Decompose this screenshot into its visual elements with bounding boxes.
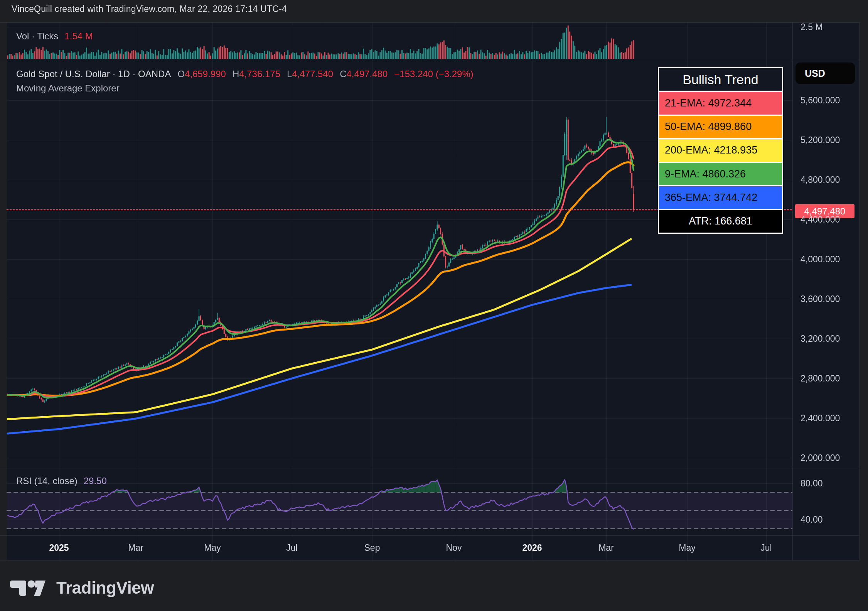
- price-axis-label: 4,400.000: [801, 214, 840, 225]
- price-axis-label: 3,200.000: [801, 333, 840, 344]
- rsi-axis-label: 40.00: [801, 514, 823, 525]
- close-label: C: [340, 69, 346, 79]
- time-axis-label: Mar: [587, 543, 625, 553]
- time-axis-label: May: [668, 543, 706, 553]
- currency-toggle-button[interactable]: USD: [796, 62, 855, 84]
- volume-indicator-title[interactable]: Vol · Ticks: [16, 31, 58, 41]
- time-axis-label: 2026: [513, 543, 551, 553]
- volume-value: 1.54 M: [64, 31, 93, 41]
- low-value: 4,477.540: [292, 69, 333, 79]
- rsi-indicator-title[interactable]: RSI (14, close): [16, 476, 78, 486]
- rsi-indicator-row: RSI (14, close)29.50: [16, 476, 107, 486]
- low-label: L: [287, 69, 292, 79]
- rsi-axis-label: 80.00: [801, 478, 823, 489]
- legend-row-200ema: 200-EMA: 4218.935: [659, 139, 782, 162]
- open-label: O: [177, 69, 185, 79]
- tradingview-logo-icon: [10, 577, 46, 599]
- indicator-title-ma-explorer[interactable]: Moving Average Explorer: [16, 83, 120, 94]
- volume-indicator-row: Vol · Ticks1.54 M: [16, 31, 93, 42]
- time-axis-label: Sep: [353, 543, 391, 553]
- tradingview-logo-text: TradingView: [56, 578, 154, 597]
- legend-row-50ema: 50-EMA: 4899.860: [659, 116, 782, 138]
- high-label: H: [233, 69, 239, 79]
- time-axis-label: Nov: [435, 543, 473, 553]
- high-value: 4,736.175: [239, 69, 280, 79]
- price-axis-label: 5,200.000: [801, 135, 840, 145]
- volume-axis-label: 2.5 M: [801, 22, 823, 32]
- symbol-title[interactable]: Gold Spot / U.S. Dollar · 1D · OANDA: [16, 69, 171, 79]
- change-value: −153.240 (−3.29%): [394, 69, 474, 79]
- time-axis-label: Mar: [116, 543, 155, 553]
- legend-row-21ema: 21-EMA: 4972.344: [659, 92, 782, 114]
- rsi-value: 29.50: [84, 476, 107, 486]
- header-attribution: VinceQuill created with TradingView.com,…: [12, 4, 287, 14]
- time-axis-label: Jul: [747, 543, 785, 553]
- time-axis-label: Jul: [273, 543, 311, 553]
- price-axis-label: 2,800.000: [801, 373, 840, 384]
- tradingview-logo[interactable]: TradingView: [10, 577, 154, 599]
- price-axis-label: 2,000.000: [801, 452, 840, 463]
- symbol-info-row: Gold Spot / U.S. Dollar · 1D · OANDAO4,6…: [16, 69, 474, 79]
- price-axis-label: 5,600.000: [801, 95, 840, 106]
- time-axis-label: 2025: [40, 543, 78, 553]
- price-axis-label: 4,800.000: [801, 174, 840, 185]
- open-value: 4,659.990: [185, 69, 226, 79]
- close-value: 4,497.480: [347, 69, 388, 79]
- legend-row-9ema: 9-EMA: 4860.326: [659, 163, 782, 185]
- legend-row-365ema: 365-EMA: 3744.742: [659, 186, 782, 209]
- price-axis-label: 3,600.000: [801, 294, 840, 304]
- price-axis-label: 4,000.000: [801, 254, 840, 265]
- tradingview-screenshot: VinceQuill created with TradingView.com,…: [0, 0, 868, 611]
- price-axis-label: 2,400.000: [801, 413, 840, 424]
- legend-row-atr: ATR: 166.681: [659, 210, 782, 233]
- ma-legend-panel[interactable]: Bullish Trend 21-EMA: 4972.344 50-EMA: 4…: [658, 67, 783, 234]
- time-axis-label: May: [193, 543, 232, 553]
- legend-title: Bullish Trend: [659, 68, 782, 91]
